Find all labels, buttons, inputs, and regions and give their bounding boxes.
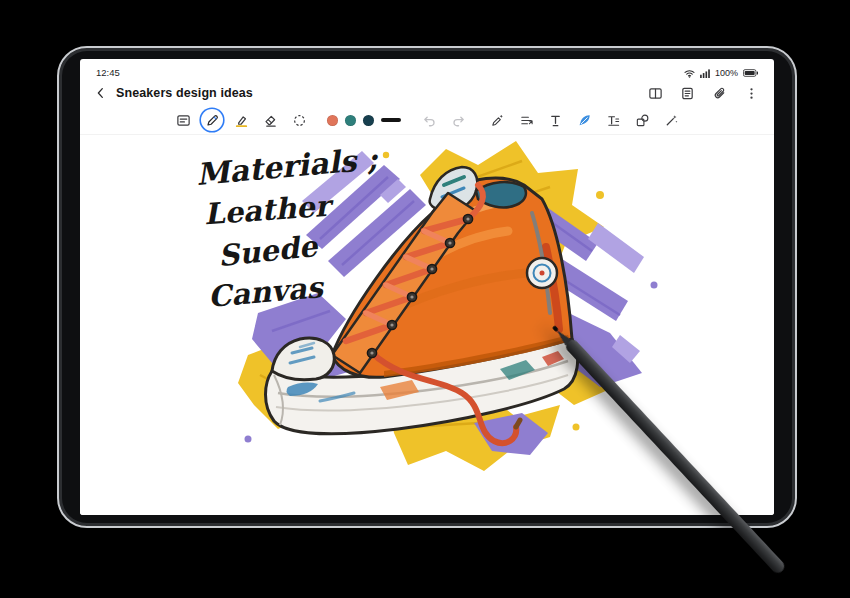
highlighter-icon [234,113,249,128]
magic-wand-icon [664,113,679,128]
convert-to-text-button[interactable] [544,109,566,131]
magic-wand-button[interactable] [660,109,682,131]
add-text-icon [176,113,191,128]
smart-pen-icon [490,113,505,128]
shape-recognition-button[interactable] [631,109,653,131]
stroke-width-preview[interactable] [381,118,401,122]
more-options-icon [744,86,759,101]
battery-percent: 100% [715,68,738,78]
straighten-handwriting-button[interactable] [515,109,537,131]
app-header: Sneakers design ideas [80,78,774,106]
shape-recognition-icon [635,113,650,128]
add-text-tool-button[interactable] [172,109,194,131]
eraser-tool-button[interactable] [259,109,281,131]
split-view-button[interactable] [644,82,666,104]
drawing-toolbar [80,106,774,135]
convert-to-text-icon [548,113,563,128]
status-time: 12:45 [96,67,120,78]
status-indicators: 100% [684,68,758,78]
lasso-select-tool-button[interactable] [288,109,310,131]
beautify-feather-icon [577,113,592,128]
wifi-icon [684,69,695,78]
redo-button[interactable] [447,109,469,131]
undo-icon [422,113,437,128]
note-title: Sneakers design ideas [116,86,253,100]
lasso-select-icon [292,113,307,128]
back-button[interactable] [90,82,112,104]
pen-tool-button[interactable] [201,109,223,131]
attachment-icon [712,86,727,101]
color-swatch-teal[interactable] [345,115,356,126]
beautify-handwriting-button[interactable] [573,109,595,131]
back-chevron-icon [94,86,108,100]
redo-icon [451,113,466,128]
page-list-button[interactable] [676,82,698,104]
status-bar: 12:45 100% [80,59,774,78]
page-list-icon [680,86,695,101]
pen-icon [205,113,220,128]
highlighter-tool-button[interactable] [230,109,252,131]
header-actions [644,82,762,104]
color-swatch-navy[interactable] [363,115,374,126]
split-view-icon [648,86,663,101]
undo-button[interactable] [418,109,440,131]
text-format-icon [606,113,621,128]
tablet-frame: 12:45 100% [57,46,797,528]
smart-pen-tool-button[interactable] [486,109,508,131]
more-options-button[interactable] [740,82,762,104]
signal-icon [700,69,710,78]
text-format-button[interactable] [602,109,624,131]
battery-icon [743,69,758,77]
photo-stage: 12:45 100% [0,0,850,598]
straighten-handwriting-icon [519,113,534,128]
color-swatch-coral[interactable] [327,115,338,126]
eraser-icon [263,113,278,128]
attachment-button[interactable] [708,82,730,104]
